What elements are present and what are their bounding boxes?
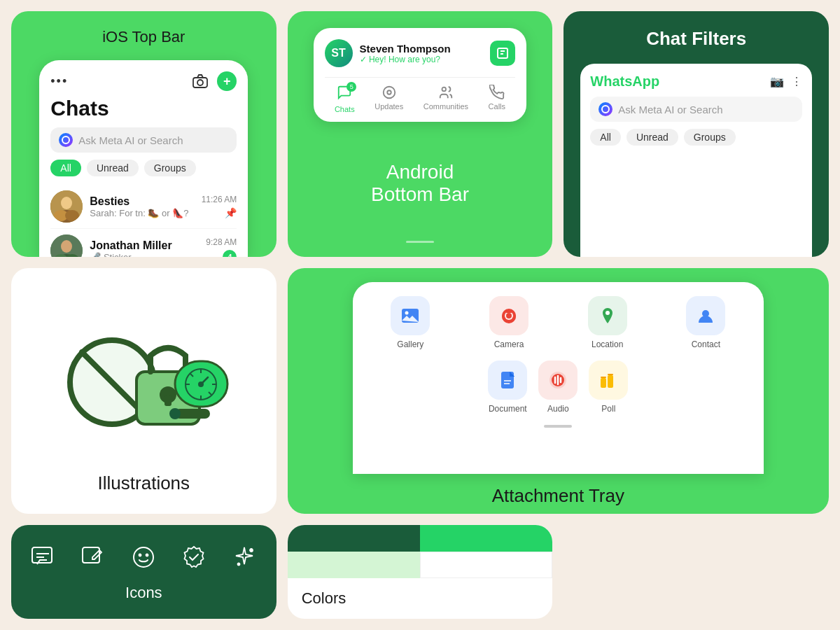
chat-info-besties: Besties Sarah: For tn: 🥾 or 👠? — [90, 195, 194, 218]
pill-unread[interactable]: Unread — [87, 160, 139, 176]
gallery-label: Gallery — [397, 340, 424, 349]
contact-label: Contact — [692, 340, 720, 349]
svg-rect-50 — [505, 309, 512, 313]
svg-rect-60 — [608, 375, 613, 388]
illustrations-card: Illustrations — [11, 268, 276, 514]
android-separator — [406, 241, 434, 243]
chat-preview-besties: Sarah: For tn: 🥾 or 👠? — [90, 208, 194, 218]
location-label: Location — [592, 340, 623, 349]
chat-info-jonathan: Jonathan Miller 🎤 Sticker — [90, 239, 199, 258]
filter-pill-all[interactable]: All — [590, 129, 621, 146]
icon-sparkle — [229, 542, 260, 573]
svg-point-51 — [606, 311, 610, 315]
chat-preview-jonathan: 🎤 Sticker — [90, 252, 199, 258]
attachment-tray-card: Gallery Camera Location Contact — [288, 268, 829, 514]
chats-heading: Chats — [50, 97, 237, 120]
filters-phone-mockup: WhatsApp 📷 ⋮ Ask Meta AI or Search All U… — [580, 64, 812, 257]
svg-point-24 — [238, 564, 240, 566]
avatar-besties — [50, 190, 83, 223]
svg-rect-0 — [193, 78, 207, 88]
gallery-icon-wrap — [391, 296, 430, 335]
nav-badge-chats: 5 — [346, 82, 356, 92]
avatar-jonathan — [50, 234, 83, 257]
nav-item-chats[interactable]: 5 Chats — [335, 85, 355, 113]
android-phone-mockup: ST Steven Thompson ✓ Hey! How are you? 5 — [314, 28, 527, 122]
chat-item-jonathan[interactable]: Jonathan Miller 🎤 Sticker 9:28 AM 4 — [50, 229, 237, 257]
filters-search-bar[interactable]: Ask Meta AI or Search — [590, 97, 802, 122]
swatch-white — [420, 552, 552, 578]
nav-label-chats: Chats — [335, 105, 355, 113]
colors-swatches — [288, 525, 553, 578]
swatch-light-green — [288, 552, 420, 578]
attachment-audio[interactable]: Audio — [538, 360, 578, 414]
filter-pill-unread[interactable]: Unread — [626, 129, 678, 146]
attachment-contact[interactable]: Contact — [662, 296, 750, 349]
chat-badge-jonathan: 4 — [223, 250, 237, 257]
android-contact-row: ST Steven Thompson ✓ Hey! How are you? — [325, 39, 516, 67]
whatsapp-logo: WhatsApp — [590, 74, 659, 90]
illustrations-artwork — [25, 289, 262, 461]
ios-search-bar[interactable]: Ask Meta AI or Search — [50, 127, 237, 153]
android-avatar: ST — [325, 39, 353, 67]
ios-card-title: iOS Top Bar — [102, 28, 185, 46]
camera-icon[interactable] — [190, 71, 210, 91]
chat-name-besties: Besties — [90, 195, 194, 208]
attachment-camera[interactable]: Camera — [465, 296, 553, 349]
camera-header-icon[interactable]: 📷 — [770, 75, 784, 88]
chat-pin-icon: 📌 — [225, 207, 237, 218]
svg-point-3 — [61, 197, 72, 209]
android-bottom-nav: 5 Chats Updates Communities Calls — [325, 77, 516, 113]
filter-pill-groups[interactable]: Groups — [684, 129, 736, 146]
svg-point-22 — [146, 554, 148, 556]
icons-card: Icons — [11, 525, 276, 619]
pill-groups[interactable]: Groups — [144, 160, 196, 176]
pill-all[interactable]: All — [50, 160, 81, 176]
attachment-document[interactable]: Document — [488, 360, 527, 414]
nav-item-updates[interactable]: Updates — [374, 85, 403, 113]
filters-card-title: Chat Filters — [580, 28, 812, 50]
svg-point-1 — [197, 80, 203, 85]
more-header-icon[interactable]: ⋮ — [791, 75, 802, 88]
svg-rect-29 — [164, 395, 172, 406]
ios-filter-pills: All Unread Groups — [50, 160, 237, 176]
nav-item-calls[interactable]: Calls — [489, 85, 505, 113]
chat-name-jonathan: Jonathan Miller — [90, 239, 199, 252]
filters-pills: All Unread Groups — [590, 129, 802, 146]
add-chat-button[interactable]: + — [217, 71, 237, 91]
ios-phone-mockup: ••• + Chats Ask Meta AI or Search All Un… — [39, 60, 248, 257]
colors-card-title: Colors — [302, 589, 346, 608]
icons-card-label: Icons — [125, 584, 162, 602]
svg-point-13 — [387, 90, 391, 94]
camera-label: Camera — [494, 340, 524, 349]
svg-point-14 — [383, 87, 395, 99]
icon-emoji — [128, 542, 159, 573]
swatch-dark-green — [288, 525, 420, 552]
android-contact-info: ST Steven Thompson ✓ Hey! How are you? — [325, 39, 451, 67]
attachment-location[interactable]: Location — [564, 296, 651, 349]
phone-bottom-bar — [544, 425, 572, 428]
chat-time-besties: 11:26 AM — [202, 195, 237, 204]
swatch-medium-green — [420, 525, 552, 552]
poll-icon-wrap — [589, 360, 628, 400]
attachment-poll[interactable]: Poll — [589, 360, 628, 414]
attachment-gallery[interactable]: Gallery — [367, 296, 454, 349]
svg-point-44 — [405, 312, 409, 315]
nav-label-communities: Communities — [424, 102, 468, 111]
svg-rect-61 — [601, 377, 606, 378]
chat-meta-jonathan: 9:28 AM 4 — [206, 237, 237, 257]
camera-icon-wrap — [489, 296, 528, 335]
svg-point-49 — [506, 313, 512, 318]
nav-label-updates: Updates — [374, 102, 403, 111]
svg-point-23 — [250, 549, 253, 552]
audio-icon-wrap — [538, 360, 578, 400]
meta-ai-search-icon — [598, 102, 612, 116]
nav-item-communities[interactable]: Communities — [424, 85, 468, 113]
document-icon-wrap — [488, 360, 527, 400]
ios-phone-top-bar: ••• + — [50, 71, 237, 91]
chat-item-besties[interactable]: Besties Sarah: For tn: 🥾 or 👠? 11:26 AM … — [50, 185, 237, 229]
icons-row — [27, 542, 260, 573]
android-compose-button[interactable] — [490, 41, 515, 66]
nav-label-calls: Calls — [489, 102, 505, 111]
poll-label: Poll — [601, 404, 615, 414]
attachment-grid-row1: Gallery Camera Location Contact — [367, 296, 750, 349]
